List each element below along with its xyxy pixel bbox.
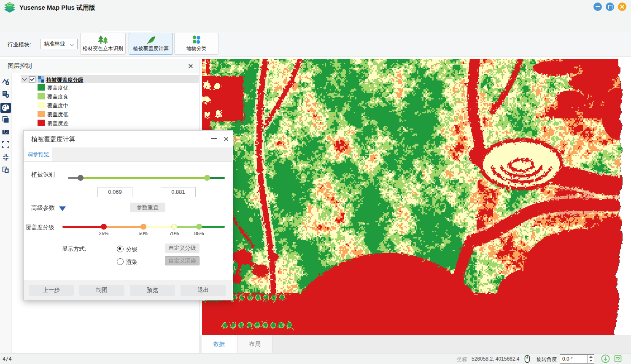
reset-params-button[interactable]: 参数重置: [130, 203, 165, 212]
palette-icon: [0, 103, 11, 113]
rotation-label: 旋转角度: [537, 356, 557, 363]
rotation-spinner[interactable]: 0.0 °: [560, 354, 594, 364]
make-map-button[interactable]: 制图: [79, 285, 124, 296]
expand-advanced-icon[interactable]: [59, 206, 66, 211]
legend-label-poor: 覆盖度差: [47, 120, 68, 127]
mouse-icon: [524, 355, 531, 363]
legend-label-medium: 覆盖度中: [47, 102, 68, 110]
view-tab-strip: 数据 布局: [199, 335, 631, 353]
preview-button[interactable]: 预览: [130, 285, 175, 296]
grade-handle-25[interactable]: [101, 224, 107, 230]
app-logo-icon: [3, 2, 16, 13]
grade-handle-70[interactable]: [171, 224, 177, 230]
layer-panel-close-icon[interactable]: [188, 64, 193, 69]
vegetation-coverage-button[interactable]: 植被覆盖度计算: [129, 33, 173, 55]
leaf-icon: [146, 35, 156, 45]
dialog-minimize-icon[interactable]: [211, 138, 217, 139]
page-indicator: 4/4: [3, 356, 12, 362]
radio-grade-label[interactable]: 分级: [126, 246, 138, 253]
veg-min-value[interactable]: 0.069: [97, 187, 132, 197]
title-bar: Yusense Map Plus 试用版: [0, 0, 631, 15]
radio-grade[interactable]: [117, 246, 124, 252]
add-raster-icon[interactable]: [2, 90, 10, 98]
spin-down-icon[interactable]: [589, 360, 593, 361]
full-extent-icon[interactable]: [2, 141, 10, 149]
layer-name[interactable]: 植被覆盖度分级: [46, 77, 84, 84]
minimize-button[interactable]: [593, 3, 602, 11]
advanced-params-label: 高级参数: [31, 204, 55, 212]
pine-wilt-detect-button[interactable]: 松材变色立木识别: [80, 33, 126, 55]
exit-button[interactable]: 退出: [181, 285, 226, 296]
pine-wilt-detect-label: 松材变色立木识别: [81, 45, 125, 52]
coverage-grade-label: 覆盖度分级: [26, 224, 54, 231]
module-label: 行业模块:: [8, 41, 31, 48]
menu-bar: 开始 光谱指数 行业应用 成果输出 工具 窗口 帮助: [0, 15, 631, 32]
legend-label-good: 覆盖度良: [47, 94, 68, 101]
tick-25: 25%: [95, 231, 112, 236]
add-vector-icon[interactable]: [2, 78, 10, 86]
spinner-buttons[interactable]: [587, 355, 594, 363]
tab-data-view[interactable]: 数据: [202, 335, 237, 353]
tab-param-preview[interactable]: 调参预览: [24, 147, 52, 161]
grade-handle-50[interactable]: [140, 224, 146, 230]
map-canvas[interactable]: [202, 59, 623, 335]
legend-swatch-good: [38, 93, 45, 99]
layer-panel-title: 图层控制: [8, 62, 32, 70]
ribbon-toolbar: 行业模块: 精准林业 松材变色立木识别 植被覆盖度计算 地物分类: [0, 32, 631, 57]
landcover-classify-button[interactable]: 地物分类: [174, 33, 218, 55]
rotation-value: 0.0 °: [562, 355, 573, 363]
tab-layout-view[interactable]: 布局: [237, 335, 272, 353]
fit-view-icon[interactable]: [2, 153, 10, 161]
raster-layer-icon: [38, 76, 44, 83]
module-dropdown-value: 精准林业: [44, 41, 65, 47]
coord-label: 坐标: [457, 356, 467, 363]
tick-85: 85%: [191, 231, 208, 236]
grade-slider[interactable]: [62, 226, 225, 228]
symbology-palette-button[interactable]: [0, 103, 11, 113]
legend-swatch-excellent: [38, 84, 45, 91]
legend-label-excellent: 覆盖度优: [47, 85, 68, 92]
display-mode-label: 显示方式:: [62, 245, 86, 253]
copy-layer-icon[interactable]: [2, 166, 10, 174]
vegetation-coverage-label: 植被覆盖度计算: [129, 45, 173, 52]
pine-trees-icon: [97, 35, 108, 45]
legend-swatch-poor: [38, 120, 45, 126]
maximize-icon: [608, 5, 612, 9]
dialog-close-icon[interactable]: [224, 136, 229, 142]
module-dropdown[interactable]: 精准林业: [40, 39, 78, 49]
layer-panel-header: 图层控制: [0, 59, 199, 73]
dialog-footer: 上一步 制图 预览 退出: [24, 280, 232, 300]
download-icon[interactable]: [601, 354, 610, 363]
legend-swatch-low: [38, 111, 45, 117]
veg-max-value[interactable]: 0.881: [161, 187, 196, 197]
log-note-icon[interactable]: [614, 354, 622, 363]
custom-grade-button[interactable]: 自定义分级: [165, 244, 200, 253]
check-icon: [30, 77, 35, 81]
custom-render-button[interactable]: 自定义渲染: [165, 256, 200, 265]
minimize-icon: [596, 6, 600, 7]
layer-visibility-checkbox[interactable]: [29, 76, 35, 83]
dialog-tab-bar: 调参预览: [24, 147, 232, 162]
legend-label-low: 覆盖度低: [47, 111, 68, 118]
dialog-title: 植被覆盖度计算: [31, 131, 76, 147]
map-marker-icon[interactable]: [2, 128, 10, 136]
landcover-classify-label: 地物分类: [175, 45, 218, 52]
grade-handle-85[interactable]: [196, 224, 202, 230]
tick-50: 50%: [135, 231, 152, 236]
veg-min-handle[interactable]: [78, 175, 84, 181]
classify-icon: [191, 35, 202, 45]
layers-icon[interactable]: [2, 115, 10, 123]
veg-max-handle[interactable]: [204, 175, 210, 181]
close-button[interactable]: [618, 3, 626, 11]
app-title: Yusense Map Plus 试用版: [19, 0, 95, 15]
prev-step-button[interactable]: 上一步: [29, 285, 74, 296]
veg-range-slider[interactable]: [68, 177, 225, 179]
chevron-down-icon: [70, 42, 74, 46]
maximize-button[interactable]: [606, 3, 614, 11]
radio-render[interactable]: [117, 258, 124, 265]
tick-70: 70%: [166, 231, 183, 236]
radio-render-label[interactable]: 渲染: [126, 258, 138, 266]
map-view: [199, 59, 631, 335]
veg-detect-label: 植被识别: [31, 171, 55, 179]
spin-up-icon[interactable]: [589, 356, 593, 358]
